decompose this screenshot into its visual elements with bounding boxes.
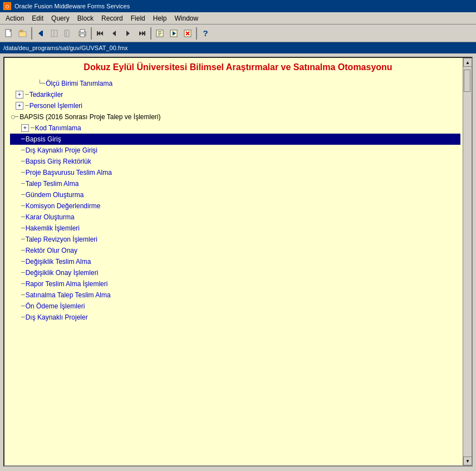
tree-item-karar[interactable]: ─ Karar Oluşturma [10, 212, 460, 223]
menu-field[interactable]: Field [127, 13, 149, 23]
title-bar: O Oracle Fusion Middleware Forms Service… [0, 0, 476, 12]
tree-item-label[interactable]: Bapsis Giriş [26, 134, 61, 144]
toolbar-sep-2 [91, 27, 92, 40]
tree-connector: ─ [21, 168, 25, 178]
tree-item-talep-revizyon[interactable]: ─ Talep Revizyon İşlemleri [10, 234, 460, 245]
tree-item-label[interactable]: Rapor Teslim Alma İşlemleri [26, 279, 108, 289]
toolbar-exec-query-btn[interactable] [167, 27, 180, 40]
tree-item-rapor-teslim[interactable]: ─ Rapor Teslim Alma İşlemleri [10, 278, 460, 290]
tree-item-label[interactable]: Dış Kaynaklı Projeler [26, 312, 88, 322]
toolbar-nav-last-btn[interactable] [135, 27, 149, 40]
app-icon: O [3, 2, 11, 10]
toolbar-nav-first-btn[interactable] [94, 27, 107, 40]
main-content-area: Dokuz Eylül Üniversitesi Bilimsel Araştı… [3, 57, 473, 467]
toolbar-redo-btn[interactable] [62, 27, 75, 40]
tree-item-gundem[interactable]: ─ Gündem Oluşturma [10, 189, 460, 200]
menu-query[interactable]: Query [48, 13, 73, 23]
toolbar-enter-query-btn[interactable] [153, 27, 166, 40]
tree-item-label[interactable]: Talep Revizyon İşlemleri [26, 234, 97, 244]
tree-item-label[interactable]: Komisyon Değerlendirme [26, 201, 101, 211]
toolbar-back-btn[interactable] [34, 27, 47, 40]
tree-connector: ─ [21, 156, 25, 166]
tree-item-degisiklik-onay[interactable]: ─ Değişiklik Onay İşlemleri [10, 267, 460, 278]
tree-item-degisiklik-teslim[interactable]: ─ Değişiklik Teslim Alma [10, 256, 460, 267]
tree-item-bapsis[interactable]: ○─ BAPSIS (2016 Sonrası Proje Talep ve İ… [10, 111, 460, 122]
tree-connector: ─ [21, 190, 25, 200]
tree-item-kod[interactable]: + ─ Kod Tanımlama [10, 122, 460, 134]
toolbar-open-btn[interactable] [16, 27, 30, 40]
toolbar-nav-prev-btn[interactable] [107, 27, 121, 40]
tree-connector: ─ [25, 101, 29, 111]
scrollbar[interactable]: ▲ ▼ [463, 58, 472, 465]
tree-item-label[interactable]: Dış Kaynaklı Proje Girişi [26, 145, 97, 155]
tree-connector: └─ [38, 78, 45, 89]
tree-item-bapsis-label[interactable]: BAPSIS (2016 Sonrası Proje Talep ve İşle… [19, 112, 160, 122]
tree-item-label[interactable]: Bapsis Giriş Rektörlük [26, 156, 91, 166]
expand-icon-personel[interactable]: + [16, 102, 23, 110]
svg-marker-2 [38, 31, 42, 36]
tree-item-label[interactable]: Ölçü Birimi Tanımlama [46, 78, 112, 89]
tree-item-bapsis-rek[interactable]: ─ Bapsis Giriş Rektörlük [10, 156, 460, 167]
tree-item-label[interactable]: Gündem Oluşturma [26, 190, 84, 200]
tree-item-label[interactable]: Değişiklik Teslim Alma [26, 257, 91, 267]
toolbar-sep-3 [150, 27, 151, 40]
tree-item-personel[interactable]: + ─ Personel İşlemleri [10, 100, 460, 111]
tree-item-talep-teslim[interactable]: ─ Talep Teslim Alma [10, 178, 460, 189]
bapsis-section-icon: ○─ [11, 112, 18, 122]
tree-connector: ─ [21, 212, 25, 222]
tree-item-komisyon[interactable]: ─ Komisyon Değerlendirme [10, 200, 460, 212]
expand-icon-kod[interactable]: + [21, 124, 29, 132]
tree-connector: ─ [21, 234, 25, 244]
tree-item-olcu[interactable]: └─ Ölçü Birimi Tanımlama [10, 78, 460, 89]
tree-connector: ─ [21, 268, 25, 278]
menu-block[interactable]: Block [74, 13, 97, 23]
tree-connector: ─ [21, 201, 25, 211]
tree-item-label[interactable]: Değişiklik Onay İşlemleri [26, 268, 99, 278]
tree-item-label[interactable]: Personel İşlemleri [30, 101, 82, 111]
tree-item-on-odeme[interactable]: ─ Ön Ödeme İşlemleri [10, 301, 460, 312]
toolbar-nav-next-btn[interactable] [121, 27, 135, 40]
svg-rect-11 [97, 31, 98, 36]
tree-item-tedarikci[interactable]: + ─ Tedarikçiler [10, 89, 460, 100]
tree-item-proje-teslim[interactable]: ─ Proje Başvurusu Teslim Alma [10, 167, 460, 178]
menu-window[interactable]: Window [171, 13, 202, 23]
tree-item-bapsis-giris[interactable]: ─ Bapsis Giriş [10, 134, 460, 145]
tree-item-dis-projeler[interactable]: ─ Dış Kaynaklı Projeler [10, 312, 460, 323]
menu-edit[interactable]: Edit [28, 13, 47, 23]
tree-item-label[interactable]: Tedarikçiler [30, 90, 63, 100]
scrollbar-track[interactable] [463, 67, 472, 457]
tree-item-label[interactable]: Hakemlik İşlemleri [26, 223, 80, 233]
toolbar-help-btn[interactable]: ? [199, 27, 212, 40]
menu-help[interactable]: Help [150, 13, 170, 23]
toolbar-sep-1 [31, 27, 32, 40]
toolbar-print-btn[interactable] [76, 27, 89, 40]
app-title: Oracle Fusion Middleware Forms Services [14, 3, 130, 9]
toolbar-undo-btn[interactable] [48, 27, 61, 40]
tree-item-label[interactable]: Rektör Olur Onay [26, 246, 77, 256]
tree-connector: ─ [21, 257, 25, 267]
address-bar: /data/deu_programs/sat/guv/GUVSAT_00.fmx [0, 42, 476, 53]
tree-item-rektor-onay[interactable]: ─ Rektör Olur Onay [10, 245, 460, 256]
tree-item-label[interactable]: Proje Başvurusu Teslim Alma [26, 168, 112, 178]
menu-action[interactable]: Action [2, 13, 27, 23]
expand-icon-tedarikci[interactable]: + [16, 91, 23, 99]
tree-item-label[interactable]: Satınalma Talep Teslim Alma [26, 290, 111, 300]
svg-marker-12 [112, 31, 116, 36]
tree-item-satinalma-teslim[interactable]: ─ Satınalma Talep Teslim Alma [10, 290, 460, 301]
tree-item-label[interactable]: Kod Tanımlama [35, 123, 81, 133]
tree-connector: ─ [21, 279, 25, 289]
tree-connector: ─ [21, 145, 25, 155]
scrollbar-thumb[interactable] [464, 70, 470, 92]
tree-item-dis-kaynakli[interactable]: ─ Dış Kaynaklı Proje Girişi [10, 145, 460, 156]
tree-item-label[interactable]: Ön Ödeme İşlemleri [26, 301, 85, 311]
svg-rect-5 [66, 30, 69, 37]
menu-record[interactable]: Record [98, 13, 126, 23]
tree-item-label[interactable]: Karar Oluşturma [26, 212, 75, 222]
tree-item-hakemlik[interactable]: ─ Hakemlik İşlemleri [10, 223, 460, 234]
scroll-up-btn[interactable]: ▲ [463, 58, 472, 67]
tree-item-label[interactable]: Talep Teslim Alma [26, 179, 79, 189]
toolbar-new-btn[interactable] [2, 27, 16, 40]
tree-connector: ─ [21, 301, 25, 311]
scroll-down-btn[interactable]: ▼ [463, 457, 472, 465]
toolbar-cancel-query-btn[interactable] [181, 27, 194, 40]
